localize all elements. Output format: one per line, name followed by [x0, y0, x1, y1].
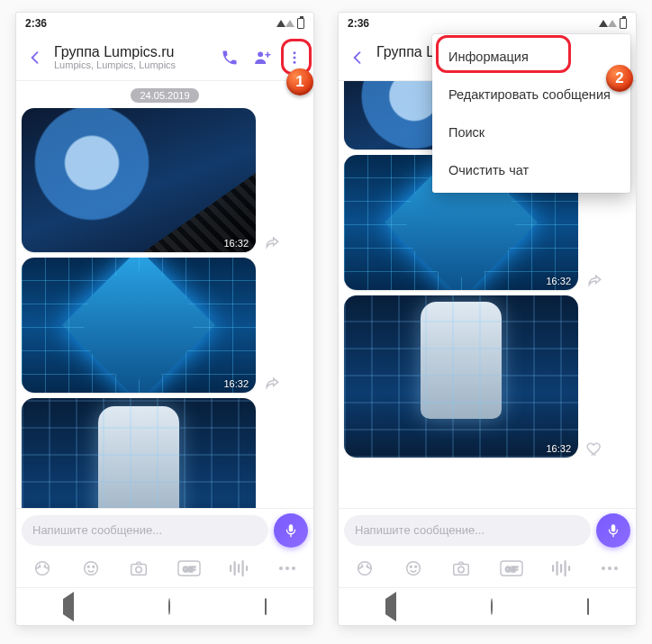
svg-rect-32: [454, 564, 469, 575]
back-button[interactable]: [25, 48, 45, 68]
more-attach-button[interactable]: [277, 565, 297, 572]
image-content-robot: [344, 295, 578, 458]
more-options-button[interactable]: [285, 48, 304, 68]
forward-button[interactable]: [261, 234, 283, 252]
svg-point-12: [92, 566, 94, 567]
signal-icon: [599, 20, 608, 27]
chat-title: Группа Lumpics.ru: [54, 44, 211, 60]
forward-button[interactable]: [584, 272, 605, 290]
battery-icon: [620, 18, 627, 29]
message-placeholder: Напишите сообщение...: [355, 523, 484, 537]
camera-button[interactable]: [451, 558, 471, 578]
emoji-button[interactable]: [81, 558, 101, 578]
svg-point-22: [279, 567, 283, 570]
voice-record-button[interactable]: [596, 513, 630, 548]
svg-point-43: [614, 567, 618, 570]
date-chip: 24.05.2019: [131, 88, 198, 103]
image-message[interactable]: 16:32: [22, 108, 256, 252]
nav-home[interactable]: [491, 599, 493, 615]
svg-rect-20: [242, 560, 244, 576]
svg-rect-19: [238, 564, 240, 573]
callout-badge-2: 2: [606, 65, 633, 92]
status-icons: [276, 18, 304, 29]
svg-rect-18: [234, 561, 236, 576]
status-time: 2:36: [25, 17, 47, 30]
message-time: 16:32: [546, 276, 571, 286]
android-status-bar: 2:36: [16, 13, 313, 34]
attachment-bar: GIF: [16, 551, 313, 587]
svg-text:GIF: GIF: [183, 565, 195, 574]
back-button[interactable]: [348, 48, 367, 68]
signal-icon: [276, 20, 285, 27]
svg-rect-39: [565, 560, 566, 576]
message-row: 16:32: [22, 108, 308, 252]
gif-button[interactable]: GIF: [177, 560, 201, 576]
message-input[interactable]: Напишите сообщение...: [344, 515, 591, 546]
add-user-button[interactable]: [252, 48, 272, 68]
menu-item-info[interactable]: Информация: [432, 38, 630, 76]
svg-rect-21: [246, 566, 248, 571]
chat-title-block[interactable]: Группа Lumpics.ru Lumpics, Lumpics, Lump…: [54, 44, 211, 71]
message-input[interactable]: Напишите сообщение...: [22, 515, 268, 546]
image-content-robot: [22, 398, 256, 508]
svg-rect-36: [552, 565, 554, 572]
image-message[interactable]: 16:32: [22, 398, 256, 508]
svg-point-11: [87, 566, 89, 567]
message-time: 16:32: [546, 443, 571, 454]
svg-rect-2: [265, 53, 270, 55]
signal-icon-dim: [608, 20, 617, 27]
svg-rect-25: [611, 524, 616, 531]
nav-back[interactable]: [63, 599, 74, 615]
image-message[interactable]: 16:32: [344, 295, 578, 458]
composer-bar: Напишите сообщение...: [339, 508, 636, 551]
chat-subtitle: Lumpics, Lumpics, Lumpics: [54, 59, 211, 70]
audio-wave-button[interactable]: [229, 559, 249, 577]
svg-point-3: [294, 51, 296, 54]
message-row: 16:32: [344, 295, 630, 458]
voice-record-button[interactable]: [274, 513, 308, 548]
message-time: 16:32: [223, 378, 249, 389]
more-attach-button[interactable]: [600, 565, 620, 572]
svg-point-29: [406, 562, 420, 576]
emoji-button[interactable]: [403, 558, 423, 578]
svg-point-14: [136, 567, 141, 572]
nav-recent[interactable]: [587, 599, 589, 615]
svg-point-33: [458, 567, 464, 572]
composer-bar: Напишите сообщение...: [16, 508, 313, 551]
svg-rect-37: [557, 561, 558, 576]
call-button[interactable]: [220, 48, 240, 68]
svg-rect-38: [560, 564, 562, 573]
like-button[interactable]: [584, 440, 605, 458]
android-nav-bar: [339, 587, 636, 625]
svg-point-24: [292, 567, 295, 570]
nav-back[interactable]: [385, 599, 396, 615]
svg-point-41: [602, 567, 605, 570]
svg-point-4: [294, 56, 296, 59]
menu-item-clear-chat[interactable]: Очистить чат: [432, 151, 630, 189]
forward-button[interactable]: [261, 375, 283, 393]
signal-icon-dim: [285, 20, 294, 27]
sticker-button[interactable]: [32, 558, 52, 578]
menu-item-search[interactable]: Поиск: [432, 113, 630, 151]
nav-home[interactable]: [168, 599, 170, 615]
sticker-button[interactable]: [355, 558, 375, 578]
menu-item-edit-messages[interactable]: Редактировать сообщения: [432, 76, 630, 113]
android-status-bar: 2:36: [339, 13, 636, 34]
audio-wave-button[interactable]: [551, 559, 571, 577]
svg-point-31: [414, 566, 416, 567]
phone-screen-right: 2:36 Группа Lu 16:32: [339, 13, 636, 625]
phone-screen-left: 2:36 Группа Lumpics.ru Lumpics, Lumpics,…: [16, 13, 313, 625]
message-row: 16:32: [22, 258, 308, 393]
image-message[interactable]: 16:32: [22, 258, 256, 393]
overflow-menu: Информация Редактировать сообщения Поиск…: [432, 34, 630, 193]
chat-body[interactable]: 24.05.2019 16:32 16:32 16:32: [16, 81, 313, 508]
message-row: 16:32: [22, 398, 308, 508]
svg-rect-13: [131, 564, 147, 575]
callout-badge-1: 1: [286, 68, 313, 95]
status-icons: [599, 18, 627, 29]
gif-button[interactable]: GIF: [500, 560, 523, 576]
message-placeholder: Напишите сообщение...: [32, 523, 162, 537]
svg-point-30: [410, 566, 412, 567]
nav-recent[interactable]: [265, 599, 267, 615]
camera-button[interactable]: [129, 558, 149, 578]
